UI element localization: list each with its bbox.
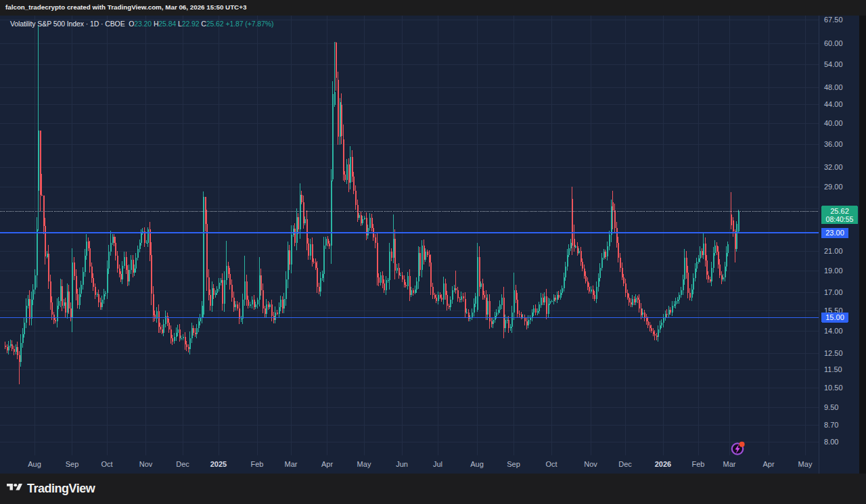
svg-text:2026: 2026: [655, 460, 671, 468]
svg-text:15.00: 15.00: [825, 313, 844, 321]
svg-text:21.00: 21.00: [824, 247, 843, 255]
svg-text:Feb: Feb: [251, 460, 264, 468]
svg-text:60.00: 60.00: [824, 39, 843, 47]
svg-text:17.00: 17.00: [824, 288, 843, 296]
svg-text:10.50: 10.50: [824, 384, 843, 392]
svg-text:36.00: 36.00: [824, 140, 843, 148]
svg-text:Oct: Oct: [545, 460, 557, 468]
svg-text:Jul: Jul: [433, 460, 442, 468]
svg-text:67.50: 67.50: [824, 16, 843, 24]
svg-text:Apr: Apr: [321, 460, 333, 468]
svg-text:48.00: 48.00: [824, 83, 843, 91]
svg-text:54.00: 54.00: [824, 60, 843, 68]
svg-text:Sep: Sep: [507, 460, 520, 468]
svg-text:40.00: 40.00: [824, 119, 843, 127]
svg-text:May: May: [357, 460, 371, 468]
svg-text:12.50: 12.50: [824, 349, 843, 357]
svg-text:Aug: Aug: [470, 460, 484, 468]
svg-text:8.70: 8.70: [824, 421, 838, 429]
svg-text:19.00: 19.00: [824, 267, 843, 275]
svg-text:Nov: Nov: [584, 460, 597, 468]
svg-text:14.00: 14.00: [824, 327, 843, 335]
svg-text:Feb: Feb: [692, 460, 705, 468]
svg-text:8.00: 8.00: [824, 438, 838, 446]
svg-text:23.00: 23.00: [825, 229, 844, 237]
svg-text:32.00: 32.00: [824, 163, 843, 171]
svg-text:May: May: [798, 460, 813, 468]
svg-text:Dec: Dec: [618, 460, 632, 468]
svg-text:2025: 2025: [210, 460, 227, 468]
svg-text:Mar: Mar: [723, 460, 736, 468]
svg-text:Mar: Mar: [285, 460, 298, 468]
svg-text:Nov: Nov: [139, 460, 153, 468]
svg-text:Apr: Apr: [762, 460, 774, 468]
svg-text:08:40:55: 08:40:55: [826, 215, 854, 223]
svg-text:44.00: 44.00: [824, 100, 843, 108]
svg-text:Aug: Aug: [28, 460, 41, 468]
svg-text:Sep: Sep: [66, 460, 79, 468]
svg-text:9.50: 9.50: [824, 403, 838, 411]
svg-text:Jun: Jun: [396, 460, 408, 468]
svg-text:Dec: Dec: [176, 460, 189, 468]
svg-text:25.62: 25.62: [830, 207, 849, 215]
svg-text:29.00: 29.00: [824, 183, 843, 191]
svg-text:Oct: Oct: [101, 460, 112, 468]
svg-text:11.50: 11.50: [824, 365, 842, 373]
